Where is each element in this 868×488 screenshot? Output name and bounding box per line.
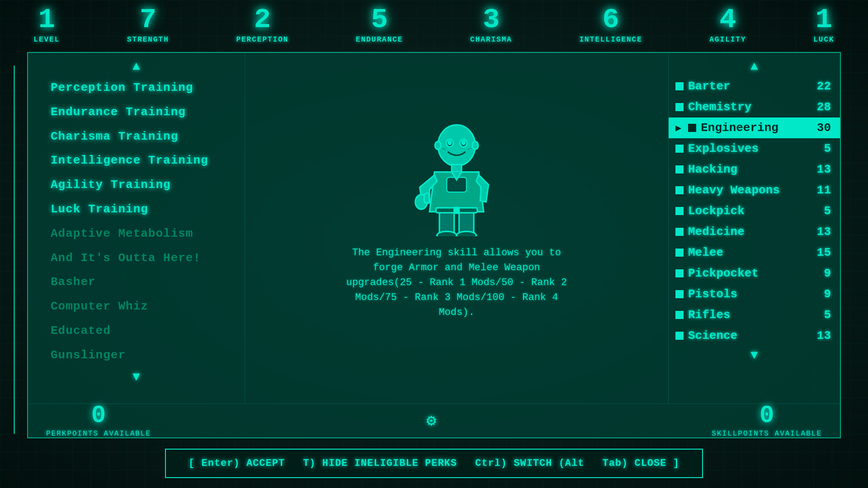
skill-item-science[interactable]: Science 13 xyxy=(669,325,840,346)
skill-name-hacking: Hacking xyxy=(688,163,812,176)
perk-item-luck-training[interactable]: Luck Training xyxy=(28,197,245,222)
perk-item-gunslinger[interactable]: Gunslinger xyxy=(28,343,245,368)
skill-item-heavy-weapons[interactable]: Heavy Weapons 11 xyxy=(669,180,840,201)
skill-item-barter[interactable]: Barter 22 xyxy=(669,76,840,97)
action-accept[interactable]: [ Enter) ACCEPT xyxy=(189,458,285,469)
skill-value-explosives: 5 xyxy=(824,142,831,155)
svg-point-15 xyxy=(437,231,457,236)
stat-bar: 1 LEVEL 7 STRENGTH 2 PERCEPTION 5 ENDURA… xyxy=(0,0,868,50)
skill-value-rifles: 5 xyxy=(824,308,831,322)
svg-point-8 xyxy=(472,141,478,149)
perk-item-and-its-outta-here[interactable]: And It's Outta Here! xyxy=(28,246,245,271)
stat-agility-label: AGILITY xyxy=(709,36,746,44)
skill-icon-pistols xyxy=(675,290,684,298)
action-switch[interactable]: Ctrl) SWITCH (Alt xyxy=(475,458,584,469)
perk-item-agility-training[interactable]: Agility Training xyxy=(28,173,245,197)
perk-points-label: PERKPOINTS AVAILABLE xyxy=(46,430,151,438)
perk-item-intelligence-training[interactable]: Intelligence Training xyxy=(28,149,245,173)
perk-item-perception-training[interactable]: Perception Training xyxy=(28,76,245,100)
svg-rect-18 xyxy=(454,207,459,213)
skill-icon-barter xyxy=(675,82,684,90)
stat-luck: 1 LUCK xyxy=(813,6,834,44)
skill-item-hacking[interactable]: Hacking 13 xyxy=(669,159,840,180)
skill-item-engineering[interactable]: ▶ Engineering 30 xyxy=(669,117,840,138)
skill-value-science: 13 xyxy=(817,329,831,343)
skill-name-chemistry: Chemistry xyxy=(688,100,812,114)
skill-icon-science xyxy=(675,332,684,340)
perk-points-number: 0 xyxy=(91,404,106,428)
skill-value-chemistry: 28 xyxy=(817,100,831,114)
skill-points-label: SKILLPOINTS AVAILABLE xyxy=(712,430,822,438)
panel-content: ▲ Perception Training Endurance Training… xyxy=(28,53,840,404)
skill-name-medicine: Medicine xyxy=(688,225,812,239)
vault-boy-image xyxy=(407,123,506,236)
stat-intelligence-label: INTELLIGENCE xyxy=(580,36,642,44)
skill-name-rifles: Rifles xyxy=(688,308,819,322)
skill-name-barter: Barter xyxy=(688,80,812,93)
svg-point-3 xyxy=(448,141,452,145)
skill-points-section: 0 SKILLPOINTS AVAILABLE xyxy=(712,404,822,438)
bottom-bar: 0 PERKPOINTS AVAILABLE ⚙ 0 SKILLPOINTS A… xyxy=(28,404,840,437)
action-close[interactable]: Tab) CLOSE ] xyxy=(602,458,679,469)
skill-item-melee[interactable]: Melee 15 xyxy=(669,242,840,263)
stat-strength: 7 STRENGTH xyxy=(127,6,169,44)
stat-perception-label: PERCEPTION xyxy=(236,36,288,44)
skill-name-lockpick: Lockpick xyxy=(688,204,819,218)
perk-item-charisma-training[interactable]: Charisma Training xyxy=(28,125,245,149)
skill-value-heavy-weapons: 11 xyxy=(817,183,831,197)
action-hide-ineligible[interactable]: T) HIDE INELIGIBLE PERKS xyxy=(303,458,457,469)
skill-icon-melee xyxy=(675,249,684,257)
settings-gear-icon[interactable]: ⚙ xyxy=(426,411,436,431)
perk-item-computer-whiz[interactable]: Computer Whiz xyxy=(28,295,245,319)
stat-luck-number: 1 xyxy=(816,6,832,34)
perk-item-basher[interactable]: Basher xyxy=(28,270,245,295)
stat-agility-number: 4 xyxy=(719,6,736,34)
perk-scroll-down[interactable]: ▼ xyxy=(28,368,245,386)
svg-rect-9 xyxy=(452,164,462,172)
skill-list: ▲ Barter 22 Chemistry 28 ▶ Engineering 3… xyxy=(668,53,840,404)
stat-charisma: 3 CHARISMA xyxy=(470,6,512,44)
svg-point-4 xyxy=(462,141,465,145)
stat-charisma-number: 3 xyxy=(483,6,500,34)
skill-item-pickpocket[interactable]: Pickpocket 9 xyxy=(669,263,840,284)
stat-agility: 4 AGILITY xyxy=(709,6,746,44)
skill-icon-pickpocket xyxy=(675,269,684,277)
skill-item-chemistry[interactable]: Chemistry 28 xyxy=(669,97,840,117)
perk-scroll-up[interactable]: ▲ xyxy=(28,57,245,76)
skill-icon-medicine xyxy=(675,228,684,236)
skill-icon-heavy-weapons xyxy=(675,186,684,194)
stat-level: 1 LEVEL xyxy=(33,6,60,44)
stat-perception-number: 2 xyxy=(254,6,271,34)
skill-icon-explosives xyxy=(675,145,684,153)
center-area: The Engineering skill allows you to forg… xyxy=(245,53,668,404)
action-bar: [ Enter) ACCEPT T) HIDE INELIGIBLE PERKS… xyxy=(0,438,868,488)
skill-arrow-engineering: ▶ xyxy=(675,122,681,134)
skill-value-melee: 15 xyxy=(817,246,831,259)
skill-scroll-down[interactable]: ▼ xyxy=(669,346,840,365)
perk-list: ▲ Perception Training Endurance Training… xyxy=(28,53,245,404)
skill-name-explosives: Explosives xyxy=(688,142,819,155)
main-panel: ▲ Perception Training Endurance Training… xyxy=(27,52,841,438)
stat-perception: 2 PERCEPTION xyxy=(236,6,288,44)
perk-item-endurance-training[interactable]: Endurance Training xyxy=(28,100,245,125)
skill-value-medicine: 13 xyxy=(817,225,831,239)
skill-item-lockpick[interactable]: Lockpick 5 xyxy=(669,201,840,221)
skill-points-number: 0 xyxy=(760,404,774,428)
skill-item-rifles[interactable]: Rifles 5 xyxy=(669,305,840,325)
skill-name-science: Science xyxy=(688,329,812,343)
skill-name-heavy-weapons: Heavy Weapons xyxy=(688,183,812,197)
skill-item-explosives[interactable]: Explosives 5 xyxy=(669,138,840,159)
stat-level-label: LEVEL xyxy=(33,36,60,44)
skill-scroll-up[interactable]: ▲ xyxy=(669,57,840,76)
skill-name-pickpocket: Pickpocket xyxy=(688,267,819,280)
stat-endurance-label: ENDURANCE xyxy=(356,36,403,44)
skill-value-pickpocket: 9 xyxy=(824,267,831,280)
skill-value-engineering: 30 xyxy=(817,121,831,135)
stat-endurance: 5 ENDURANCE xyxy=(356,6,403,44)
skill-icon-rifles xyxy=(675,311,684,319)
skill-value-pistols: 9 xyxy=(824,287,831,301)
skill-item-medicine[interactable]: Medicine 13 xyxy=(669,221,840,242)
perk-item-adaptive-metabolism[interactable]: Adaptive Metabolism xyxy=(28,222,245,246)
perk-item-educated[interactable]: Educated xyxy=(28,319,245,343)
skill-item-pistols[interactable]: Pistols 9 xyxy=(669,284,840,305)
